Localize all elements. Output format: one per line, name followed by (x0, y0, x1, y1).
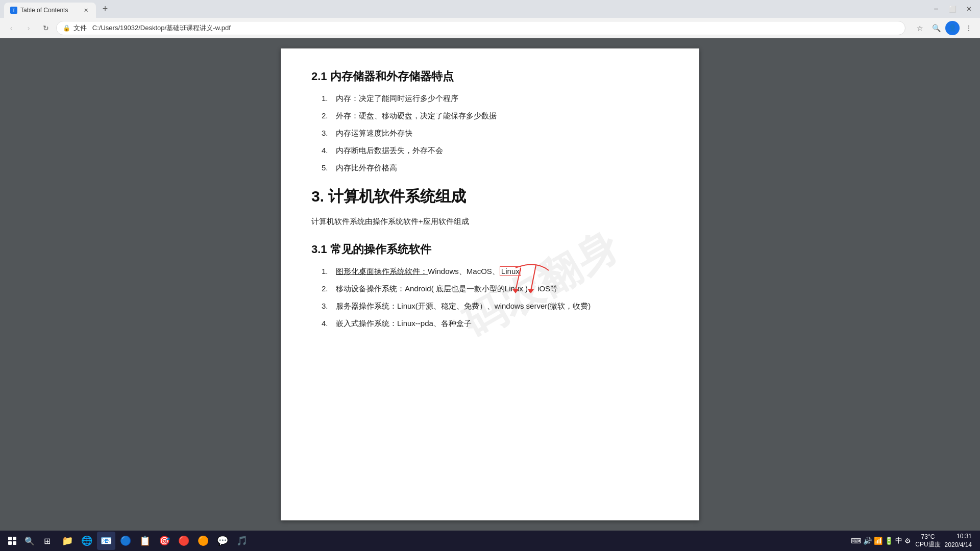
section-3-desc: 计算机软件系统由操作系统软件+应用软件组成 (311, 215, 669, 228)
close-window-button[interactable]: ✕ (962, 2, 976, 16)
list-item: 4. 嵌入式操作系统：Linux--pda、各种盒子 (322, 317, 669, 330)
list-item: 3. 内存运算速度比外存快 (322, 127, 669, 139)
section-3-1-heading: 3.1 常见的操作系统软件 (311, 242, 669, 257)
tab-favicon: T (10, 7, 17, 14)
system-tray: ⌨ 🔊 📶 🔋 中 ⚙ (851, 536, 911, 545)
tab-close-button[interactable]: ✕ (82, 6, 90, 14)
taskbar-app-explorer[interactable]: 📁 (58, 532, 77, 550)
taskbar-app-browser2[interactable]: 🔴 (175, 532, 193, 550)
item-underline-text: 图形化桌面操作系统软件： (336, 267, 428, 276)
address-actions: ☆ 🔍 👤 ⋮ (913, 21, 976, 35)
profile-button[interactable]: 👤 (945, 21, 960, 35)
forward-button[interactable]: › (21, 21, 36, 35)
cpu-temp: 73°C CPU温度 (915, 533, 940, 549)
windows-icon (8, 537, 16, 545)
list-item: 1. 内存：决定了能同时运行多少个程序 (322, 92, 669, 105)
zoom-button[interactable]: 🔍 (929, 21, 943, 35)
active-tab[interactable]: T Table of Contents ✕ (4, 3, 96, 18)
taskbar-clock[interactable]: 10:31 2020/4/14 (945, 532, 972, 549)
taskbar-app-orange[interactable]: 🟠 (194, 532, 212, 550)
list-item: 1. 图形化桌面操作系统软件：Windows、MacOS、Linux (322, 265, 669, 278)
menu-button[interactable]: ⋮ (962, 21, 976, 35)
section-2-1-list: 1. 内存：决定了能同时运行多少个程序 2. 外存：硬盘、移动硬盘，决定了能保存… (311, 92, 669, 174)
search-taskbar-button[interactable]: 🔍 (21, 533, 38, 549)
new-tab-button[interactable]: + (98, 2, 112, 16)
address-bar: ‹ › ↻ 🔒 文件 C:/Users/19032/Desktop/基础班课程讲… (0, 18, 980, 38)
browser-chrome: T Table of Contents ✕ + − ⬜ ✕ ‹ › ↻ 🔒 文件… (0, 0, 980, 38)
list-item: 5. 内存比外存价格高 (322, 162, 669, 174)
address-input[interactable]: 🔒 文件 C:/Users/19032/Desktop/基础班课程讲义-w.pd… (56, 21, 905, 35)
reload-button[interactable]: ↻ (39, 21, 53, 35)
bookmark-button[interactable]: ☆ (913, 21, 927, 35)
minimize-button[interactable]: − (929, 2, 943, 16)
taskbar-app-mail[interactable]: 📧 (97, 532, 115, 550)
list-item: 3. 服务器操作系统：Linux(开源、稳定、免费）、windows serve… (322, 300, 669, 312)
pdf-viewer: 码农翻身 2.1 内存储器和外存储器特点 1. 内存：决定了能同时运行多少个程序… (0, 38, 980, 531)
start-button[interactable] (4, 533, 20, 549)
pdf-content: 2.1 内存储器和外存储器特点 1. 内存：决定了能同时运行多少个程序 2. 外… (311, 69, 669, 330)
taskbar-app-music[interactable]: 🎵 (233, 532, 251, 550)
taskbar-apps: 📁 🌐 📧 🔵 📋 🎯 🔴 🟠 💬 🎵 (58, 532, 251, 550)
tray-icon-battery[interactable]: 🔋 (885, 537, 893, 545)
taskbar-app-3[interactable]: 🔵 (116, 532, 135, 550)
section-3-1-list: 1. 图形化桌面操作系统软件：Windows、MacOS、Linux 2. 移动… (311, 265, 669, 330)
taskbar-app-4[interactable]: 📋 (136, 532, 154, 550)
section-2-1-heading: 2.1 内存储器和外存储器特点 (311, 69, 669, 84)
taskbar-app-wechat[interactable]: 💬 (213, 532, 232, 550)
list-item: 4. 内存断电后数据丢失，外存不会 (322, 144, 669, 157)
list-item: 2. 移动设备操作系统：Android( 底层也是一款小型的Linux )、 i… (322, 283, 669, 295)
lock-icon: 🔒 (63, 24, 70, 32)
tab-title: Table of Contents (20, 7, 79, 14)
tray-icon-2[interactable]: 🔊 (863, 537, 872, 545)
tray-icon-wifi[interactable]: 📶 (874, 537, 883, 545)
address-url: 文件 C:/Users/19032/Desktop/基础班课程讲义-w.pdf (74, 23, 899, 33)
taskbar-right: ⌨ 🔊 📶 🔋 中 ⚙ 73°C CPU温度 10:31 2020/4/14 (851, 532, 976, 549)
back-button[interactable]: ‹ (4, 21, 18, 35)
section-3-num: 3. (311, 188, 324, 205)
section-3-title: 计算机软件系统组成 (328, 188, 466, 205)
tab-bar: T Table of Contents ✕ + − ⬜ ✕ (0, 0, 980, 18)
tray-icon-1[interactable]: ⌨ (851, 537, 861, 545)
tray-icon-4[interactable]: ⚙ (904, 537, 911, 545)
pdf-page: 码农翻身 2.1 内存储器和外存储器特点 1. 内存：决定了能同时运行多少个程序… (281, 48, 699, 520)
taskbar: 🔍 ⊞ 📁 🌐 📧 🔵 📋 🎯 🔴 🟠 💬 🎵 ⌨ 🔊 📶 🔋 中 ⚙ 73°C… (0, 531, 980, 551)
linux-highlight: Linux (500, 266, 521, 276)
section-3-heading: 3. 计算机软件系统组成 (311, 186, 669, 207)
restore-button[interactable]: ⬜ (945, 2, 960, 16)
tray-icon-3[interactable]: 中 (895, 536, 902, 545)
task-view-button[interactable]: ⊞ (39, 533, 55, 549)
list-item: 2. 外存：硬盘、移动硬盘，决定了能保存多少数据 (322, 110, 669, 122)
taskbar-app-chrome[interactable]: 🌐 (78, 532, 96, 550)
taskbar-app-5[interactable]: 🎯 (155, 532, 174, 550)
